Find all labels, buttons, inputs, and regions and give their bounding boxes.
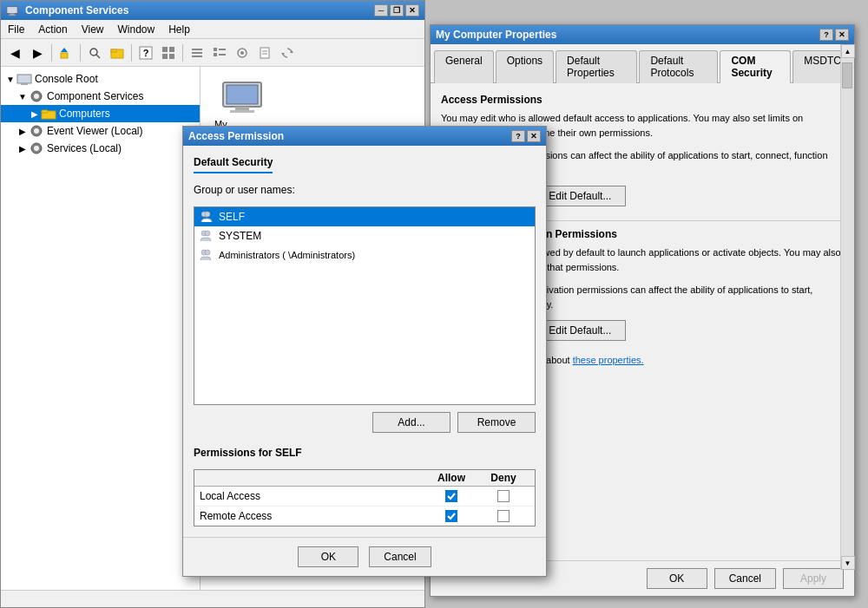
help-button[interactable]: ? — [135, 42, 156, 63]
minimize-button[interactable]: ─ — [374, 4, 388, 16]
svg-point-5 — [90, 49, 97, 56]
forward-button[interactable]: ▶ — [27, 42, 48, 63]
remove-user-button[interactable]: Remove — [457, 412, 536, 433]
svg-rect-11 — [162, 47, 168, 52]
permissions-table: Allow Deny Local Access — [194, 469, 536, 526]
edit-default-button[interactable]: Edit Default... — [534, 186, 626, 206]
checkbox-remote-allow[interactable] — [445, 510, 457, 522]
toolbar-btn-8[interactable] — [254, 42, 275, 63]
props-ok-button[interactable]: OK — [647, 568, 707, 589]
refresh-icon — [280, 46, 294, 60]
user-icon-admins — [200, 248, 214, 262]
access-perm-title-bar: Access Permission ? ✕ — [183, 127, 546, 146]
user-icon-self — [200, 210, 214, 224]
view-button[interactable] — [158, 42, 179, 63]
search-icon — [88, 46, 102, 60]
search-button[interactable] — [84, 42, 105, 63]
title-bar-left: Component Services — [6, 4, 128, 16]
up-button[interactable] — [56, 42, 76, 63]
tree-item-computers[interactable]: ▶ Computers — [1, 105, 200, 122]
perm-row-local-access: Local Access — [194, 487, 535, 507]
access-perm-cancel-button[interactable]: Cancel — [369, 546, 431, 567]
right-scrollbar[interactable]: ▲ ▼ — [840, 44, 854, 570]
scroll-up-arrow[interactable]: ▲ — [841, 44, 855, 58]
checkbox-local-deny[interactable] — [497, 490, 510, 502]
permissions-for-label: Permissions for SELF — [194, 447, 536, 459]
svg-rect-15 — [192, 49, 202, 50]
menu-help[interactable]: Help — [161, 22, 197, 37]
scroll-down-arrow[interactable]: ▼ — [841, 556, 855, 570]
edit-default-button-2[interactable]: Edit Default... — [534, 320, 626, 341]
svg-rect-8 — [111, 49, 116, 52]
props-help-button[interactable]: ? — [819, 29, 833, 41]
services-local-icon — [29, 141, 44, 155]
user-list-item-admins[interactable]: Administrators ( \Administrators) — [194, 245, 535, 265]
access-permission-dialog: Access Permission ? ✕ Default Security G… — [182, 126, 547, 577]
access-perm-footer: OK Cancel — [183, 537, 546, 576]
checkbox-local-allow[interactable] — [445, 490, 457, 502]
user-list-item-system[interactable]: SYSTEM — [194, 226, 535, 245]
toolbar-btn-6[interactable] — [209, 42, 230, 63]
menu-window[interactable]: Window — [111, 22, 162, 37]
tree-item-event-viewer[interactable]: ▶ Event Viewer (Local) — [1, 122, 200, 140]
tree-item-component-services[interactable]: ▼ Component Services — [1, 88, 200, 105]
svg-rect-1 — [10, 14, 14, 16]
tree-label-console-root: Console Root — [35, 73, 98, 85]
tree-item-services-local[interactable]: ▶ Services (Local) — [1, 140, 200, 157]
my-computer-props-title-bar: My Computer Properties ? ✕ — [431, 25, 854, 44]
tab-default-properties[interactable]: Default Properties — [556, 50, 637, 83]
toolbar-btn-9[interactable] — [277, 42, 298, 63]
perm-remote-access-allow — [425, 510, 477, 522]
access-perm-ok-button[interactable]: OK — [298, 546, 358, 567]
perm-remote-access-deny — [477, 510, 529, 522]
back-button[interactable]: ◀ — [4, 42, 25, 63]
svg-rect-2 — [9, 15, 16, 16]
access-perm-help-button[interactable]: ? — [511, 130, 525, 142]
props-cancel-button[interactable]: Cancel — [714, 568, 776, 589]
properties-icon — [235, 46, 249, 60]
details-icon — [213, 46, 227, 60]
these-properties-link[interactable]: these properties. — [573, 355, 644, 365]
menu-file[interactable]: File — [1, 22, 31, 37]
user-list-item-self[interactable]: SELF — [194, 207, 535, 226]
menu-bar: File Action View Window Help — [1, 20, 424, 39]
tab-com-security[interactable]: COM Security — [720, 50, 791, 83]
svg-point-36 — [34, 128, 39, 134]
svg-rect-13 — [162, 54, 168, 59]
restore-button[interactable]: ❐ — [390, 4, 404, 16]
app-icon — [6, 4, 18, 16]
toolbar-btn-7[interactable] — [232, 42, 253, 63]
menu-action[interactable]: Action — [31, 22, 74, 37]
tree-label-services-local: Services (Local) — [47, 142, 122, 154]
tabs-bar: General Options Default Properties Defau… — [431, 44, 854, 83]
folder-button[interactable] — [107, 42, 128, 63]
dialog-title-controls: ? ✕ — [819, 29, 849, 41]
access-perms-title: Access Permissions — [441, 94, 844, 106]
status-bar — [1, 590, 424, 607]
svg-rect-20 — [214, 53, 217, 56]
close-button[interactable]: ✕ — [405, 4, 419, 16]
props-apply-button[interactable]: Apply — [783, 568, 844, 589]
view-icon — [161, 46, 175, 60]
tab-options[interactable]: Options — [496, 50, 554, 83]
toolbar-btn-5[interactable] — [187, 42, 207, 63]
props-close-button[interactable]: ✕ — [835, 29, 849, 41]
svg-point-45 — [205, 212, 210, 217]
expand-icon-comp-services: ▼ — [16, 92, 29, 101]
svg-rect-3 — [61, 53, 68, 58]
access-perm-close-button[interactable]: ✕ — [527, 130, 541, 142]
checkbox-remote-deny[interactable] — [497, 510, 510, 522]
access-perm-title-controls: ? ✕ — [511, 130, 541, 142]
scroll-thumb[interactable] — [842, 62, 852, 88]
help-icon: ? — [139, 46, 153, 60]
menu-view[interactable]: View — [75, 22, 111, 37]
add-user-button[interactable]: Add... — [372, 412, 450, 433]
svg-point-32 — [34, 94, 39, 99]
perm-remote-access-label: Remote Access — [200, 510, 425, 522]
tree-item-console-root[interactable]: ▼ Console Root — [1, 70, 200, 88]
comp-services-title-text: Component Services — [25, 4, 128, 16]
access-perm-title-text: Access Permission — [188, 130, 284, 142]
tab-default-protocols[interactable]: Default Protocols — [639, 50, 718, 83]
scroll-track[interactable] — [841, 58, 854, 556]
tab-general[interactable]: General — [434, 50, 494, 83]
